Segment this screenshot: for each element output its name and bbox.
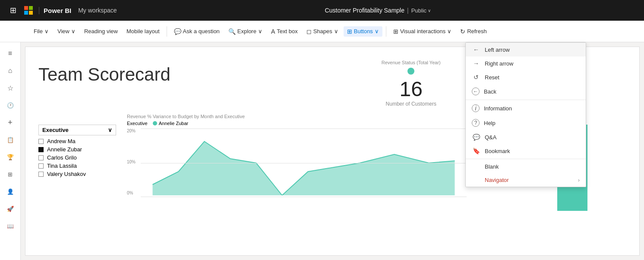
information-icon: i <box>472 104 480 112</box>
gridline-top <box>141 128 467 129</box>
workspace-label[interactable]: My workspace <box>78 7 117 14</box>
visual-interactions-icon: ⊞ <box>393 28 398 35</box>
filter-checkbox-andrew[interactable] <box>38 139 44 144</box>
toolbar-divider-1 <box>167 26 167 37</box>
sidebar-home[interactable]: ⌂ <box>3 63 18 78</box>
qa-label: Q&A <box>485 134 580 141</box>
textbox-label: Text box <box>277 28 297 34</box>
customers-label: Number of Customers <box>382 101 441 107</box>
sidebar-hamburger[interactable]: ≡ <box>3 46 18 61</box>
visibility-badge[interactable]: Public ∨ <box>411 7 431 14</box>
right-arrow-label: Right arrow <box>485 60 580 67</box>
chart-title: Revenue % Variance to Budget by Month an… <box>127 114 467 119</box>
filter-checkbox-tina[interactable] <box>38 163 44 169</box>
sidebar-workspaces[interactable]: ⊞ <box>3 166 18 182</box>
shapes-button[interactable]: ◻ Shapes ∨ <box>303 26 342 37</box>
menu-item-help[interactable]: ? Help <box>466 116 586 130</box>
chevron-down-icon: ∨ <box>428 8 431 13</box>
sidebar-people[interactable]: 👤 <box>3 184 18 199</box>
filter-checkbox-carlos[interactable] <box>38 155 44 160</box>
toolbar: File ∨ View ∨ Reading view Mobile layout… <box>0 21 644 42</box>
back-icon: ← <box>472 88 480 95</box>
menu-item-right-arrow[interactable]: → Right arrow <box>466 56 586 70</box>
reset-label: Reset <box>485 74 580 81</box>
filter-item-andrew[interactable]: Andrew Ma <box>38 138 116 144</box>
buttons-button[interactable]: ⊞ Buttons ∨ <box>344 26 382 37</box>
filter-list: Andrew Ma Annelie Zubar Carlos Grilo Tin… <box>38 138 116 177</box>
filter-dropdown-icon: ∨ <box>108 127 112 133</box>
filter-label-valery: Valery Ushakov <box>47 171 86 177</box>
shapes-label: Shapes <box>313 28 332 34</box>
filter-item-carlos[interactable]: Carlos Grilo <box>38 154 116 161</box>
menu-item-reset[interactable]: ↺ Reset <box>466 70 586 84</box>
filter-label-annelie: Annelie Zubar <box>47 146 82 153</box>
menu-item-blank[interactable]: Blank <box>466 160 586 173</box>
menu-item-navigator[interactable]: Navigator › <box>466 173 586 187</box>
sidebar: ≡ ⌂ ☆ 🕐 + 📋 🏆 ⊞ 👤 🚀 📖 <box>0 42 21 260</box>
filter-item-annelie[interactable]: Annelie Zubar <box>38 146 116 153</box>
textbox-button[interactable]: A Text box <box>268 26 301 37</box>
sidebar-favorites[interactable]: ☆ <box>3 80 18 96</box>
buttons-dropdown-menu: ← Left arrow → Right arrow ↺ Reset ← Bac… <box>465 42 586 187</box>
left-arrow-label: Left arrow <box>485 47 580 53</box>
report-title: Customer Profitability Sample <box>325 7 404 14</box>
menu-item-bookmark[interactable]: 🔖 Bookmark <box>466 144 586 158</box>
filter-label-andrew: Andrew Ma <box>47 138 76 144</box>
filter-label-carlos: Carlos Grilo <box>47 154 77 161</box>
sidebar-create[interactable]: + <box>3 115 18 130</box>
revenue-status-dot <box>407 68 414 75</box>
navigator-label: Navigator <box>485 177 574 183</box>
sidebar-apps[interactable]: 📋 <box>3 132 18 147</box>
view-button[interactable]: View ∨ <box>54 26 79 36</box>
reading-view-label: Reading view <box>84 28 118 34</box>
customers-count: 16 <box>382 77 441 101</box>
filter-checkbox-annelie[interactable] <box>38 147 44 152</box>
sidebar-recent[interactable]: 🕐 <box>3 97 18 113</box>
blank-label: Blank <box>485 163 580 170</box>
top-bar: ⊞ Power BI My workspace Customer Profita… <box>0 0 644 21</box>
file-chevron-icon: ∨ <box>44 28 49 34</box>
mobile-layout-button[interactable]: Mobile layout <box>123 26 163 36</box>
menu-item-information[interactable]: i Information <box>466 101 586 116</box>
menu-item-left-arrow[interactable]: ← Left arrow <box>466 43 586 56</box>
menu-item-qa[interactable]: 💬 Q&A <box>466 130 586 144</box>
powerbi-label: Power BI <box>39 7 71 14</box>
y-label-10: 10% <box>127 160 137 164</box>
chart-legend-executive: Executive <box>127 121 148 126</box>
reading-view-button[interactable]: Reading view <box>81 26 121 36</box>
y-label-20: 20% <box>127 128 137 133</box>
executive-filter: Executive ∨ Andrew Ma Annelie Zubar Carl… <box>38 125 116 177</box>
file-button[interactable]: File ∨ <box>30 26 52 36</box>
sidebar-deploy[interactable]: 🚀 <box>3 201 18 216</box>
bookmark-label: Bookmark <box>485 148 580 154</box>
revenue-chart: Revenue % Variance to Budget by Month an… <box>127 114 467 251</box>
ask-question-button[interactable]: 💬 Ask a question <box>170 26 223 37</box>
app-grid-icon[interactable]: ⊞ <box>5 3 21 18</box>
refresh-label: Refresh <box>467 28 487 34</box>
refresh-button[interactable]: ↻ Refresh <box>457 26 490 37</box>
view-label: View <box>57 28 69 34</box>
qa-icon: 💬 <box>472 134 480 141</box>
chart-legend: Executive Annelie Zubar <box>127 121 467 126</box>
filter-checkbox-valery[interactable] <box>38 172 44 177</box>
visual-interactions-button[interactable]: ⊞ Visual interactions ∨ <box>390 26 455 37</box>
navigator-arrow-icon: › <box>578 177 580 183</box>
top-bar-left: ⊞ Power BI My workspace <box>5 3 117 18</box>
file-label: File <box>34 28 43 34</box>
sidebar-goals[interactable]: 🏆 <box>3 149 18 165</box>
microsoft-logo <box>24 6 33 15</box>
buttons-label: Buttons <box>354 28 373 34</box>
right-arrow-icon: → <box>472 60 480 67</box>
filter-item-tina[interactable]: Tina Lassila <box>38 163 116 169</box>
filter-item-valery[interactable]: Valery Ushakov <box>38 171 116 177</box>
ask-question-icon: 💬 <box>174 28 181 35</box>
explore-button[interactable]: 🔍 Explore ∨ <box>225 26 266 37</box>
information-label: Information <box>484 105 580 112</box>
filter-label-tina: Tina Lassila <box>47 163 77 169</box>
filter-header[interactable]: Executive ∨ <box>38 125 116 135</box>
visual-interactions-chevron-icon: ∨ <box>447 28 451 34</box>
menu-item-back[interactable]: ← Back <box>466 84 586 99</box>
sidebar-learn[interactable]: 📖 <box>3 218 18 234</box>
reset-icon: ↺ <box>472 74 480 81</box>
back-label: Back <box>484 88 580 95</box>
